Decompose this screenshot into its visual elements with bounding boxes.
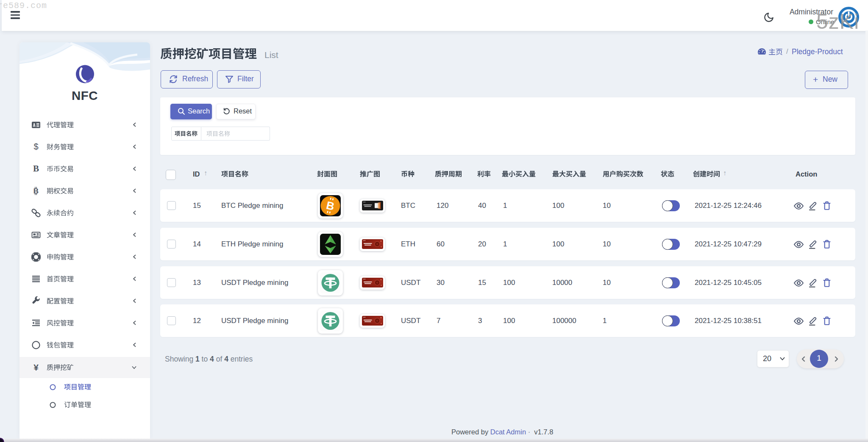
- svg-text:¥: ¥: [33, 363, 39, 372]
- svg-text:$: $: [33, 142, 38, 151]
- svg-text:B: B: [33, 187, 39, 195]
- svg-text:B: B: [33, 164, 39, 174]
